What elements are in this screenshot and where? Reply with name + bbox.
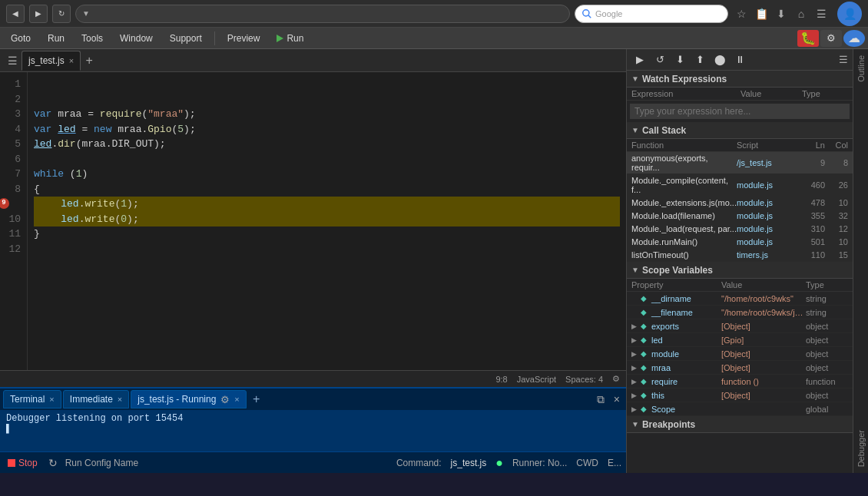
scope-row-scope[interactable]: ▶ ◆ Scope global	[627, 402, 853, 416]
runner-green-dot: ●	[495, 456, 503, 470]
scope-variables-header[interactable]: ▼ Scope Variables	[627, 262, 853, 279]
running-tab[interactable]: js_test.js - Running ⚙ ×	[131, 390, 246, 408]
code-line-1	[34, 77, 620, 92]
debug-play-button[interactable]: ▶	[631, 51, 648, 68]
breakpoint-9[interactable]: 9	[0, 198, 9, 209]
terminal-tab-close[interactable]: ×	[49, 395, 54, 404]
debug-step-out-button[interactable]: ⬆	[691, 51, 708, 68]
outline-sidebar: Outline Debugger	[853, 49, 868, 473]
scope-diamond-module: ◆	[641, 349, 651, 358]
scope-row-filename[interactable]: ◆ __filename "/home/root/c9wks/js_test.j…	[627, 306, 853, 319]
scope-row-module[interactable]: ▶ ◆ module [Object] object	[627, 347, 853, 361]
bottom-info: Command: js_test.js ● Runner: No... CWD …	[396, 456, 621, 470]
callstack-row-0[interactable]: anonymous(exports, requir... /js_test.js…	[627, 152, 853, 174]
home-icon[interactable]: ⌂	[793, 5, 810, 22]
editor-tab-js-test[interactable]: js_test.js ×	[22, 51, 81, 71]
editor-status-bar: 9:8 JavaScript Spaces: 4 ⚙	[0, 370, 626, 387]
callstack-row-2[interactable]: Module._extensions.js(mo... module.js 47…	[627, 197, 853, 210]
scope-header-row: Property Value Type	[627, 279, 853, 292]
toolbar-icons: 🐛 ⚙ ☁	[797, 30, 865, 47]
bug-icon[interactable]: 🐛	[797, 30, 819, 47]
cloud-icon[interactable]: ☁	[843, 30, 865, 47]
watch-expressions-header[interactable]: ▼ Watch Expressions	[627, 71, 853, 88]
user-avatar[interactable]: 👤	[837, 2, 862, 26]
settings-icon[interactable]: ⚙	[820, 30, 842, 47]
new-bottom-tab-button[interactable]: +	[248, 391, 265, 408]
download-icon[interactable]: ⬇	[773, 5, 790, 22]
refresh-button[interactable]: ↻	[45, 455, 61, 471]
language-indicator: JavaScript	[517, 375, 556, 384]
scope-row-this[interactable]: ▶ ◆ this [Object] object	[627, 389, 853, 402]
tools-menu[interactable]: Tools	[74, 31, 111, 46]
google-icon	[581, 8, 592, 19]
scope-row-dirname[interactable]: ◆ __dirname "/home/root/c9wks" string	[627, 292, 853, 306]
bottom-close-button[interactable]: ×	[611, 393, 623, 406]
scope-row-led[interactable]: ▶ ◆ led [Gpio] object	[627, 333, 853, 347]
line-num-10: 10	[0, 212, 21, 227]
tab-close-button[interactable]: ×	[69, 56, 74, 65]
bottom-maximize-button[interactable]: ⧉	[594, 393, 608, 406]
reader-icon[interactable]: 📋	[753, 5, 770, 22]
code-editor[interactable]: 1 2 3 4 5 6 7 8 9 10 11 12	[0, 72, 626, 370]
code-line-2	[34, 92, 620, 107]
run-button[interactable]: Run	[269, 31, 311, 45]
window-menu[interactable]: Window	[112, 31, 161, 46]
scope-row-exports[interactable]: ▶ ◆ exports [Object] object	[627, 319, 853, 333]
google-search[interactable]: Google	[575, 5, 728, 23]
goto-menu[interactable]: Goto	[3, 31, 38, 46]
scope-row-require[interactable]: ▶ ◆ require function () function	[627, 375, 853, 389]
preview-button[interactable]: Preview	[220, 31, 268, 46]
debug-pause-button[interactable]: ⬤	[711, 51, 728, 68]
refresh-button[interactable]: ↻	[52, 5, 71, 23]
stop-label: Stop	[18, 458, 38, 468]
call-stack-header[interactable]: ▼ Call Stack	[627, 122, 853, 139]
terminal-tab[interactable]: Terminal ×	[3, 390, 61, 408]
svg-point-0	[583, 9, 589, 15]
terminal-cursor: ▌	[6, 424, 620, 435]
debug-step-into-button[interactable]: ⬇	[671, 51, 688, 68]
line-num-11: 11	[0, 227, 21, 242]
callstack-row-5[interactable]: Module.runMain() module.js 501 10	[627, 236, 853, 249]
new-tab-button[interactable]: +	[81, 52, 98, 69]
address-bar[interactable]: ▼	[75, 5, 570, 23]
immediate-tab-close[interactable]: ×	[118, 395, 122, 404]
callstack-row-6[interactable]: listOnTimeout() timers.js 110 15	[627, 249, 853, 262]
debug-restart-button[interactable]: ↺	[651, 51, 668, 68]
editor-menu-button[interactable]: ☰	[3, 51, 22, 70]
callstack-row-4[interactable]: Module._load(request, par... module.js 3…	[627, 223, 853, 236]
debugger-scroll-area[interactable]: ▼ Watch Expressions Expression Value Typ…	[627, 71, 853, 473]
scope-diamond-exports: ◆	[641, 322, 651, 330]
watch-expressions-label: Watch Expressions	[642, 74, 727, 84]
debug-stop-button[interactable]: ⏸	[731, 51, 748, 68]
command-label: Command:	[396, 458, 442, 468]
run-triangle-icon	[277, 35, 283, 42]
running-tab-settings-icon[interactable]: ⚙	[220, 394, 230, 405]
immediate-tab-label: Immediate	[70, 394, 113, 405]
line-num-4: 4	[0, 122, 21, 137]
menu-icon[interactable]: ☰	[813, 5, 830, 22]
running-tab-close[interactable]: ×	[234, 395, 239, 404]
settings-gear-icon[interactable]: ⚙	[612, 374, 620, 384]
immediate-tab[interactable]: Immediate ×	[63, 390, 129, 408]
code-line-6	[34, 152, 620, 167]
scope-prop-col: Property	[631, 280, 721, 289]
support-menu[interactable]: Support	[162, 31, 210, 46]
callstack-row-1[interactable]: Module._compile(content, f... module.js …	[627, 174, 853, 197]
editor-pane: ☰ js_test.js × + 1 2 3 4 5 6 7 8 9	[0, 49, 626, 473]
outline-label[interactable]: Outline	[856, 49, 866, 88]
star-icon[interactable]: ☆	[733, 5, 750, 22]
watch-expression-input[interactable]	[630, 104, 850, 119]
debugger-sidebar-label[interactable]: Debugger	[856, 424, 866, 473]
scope-val-col: Value	[721, 280, 806, 289]
stop-button[interactable]: Stop	[5, 456, 41, 470]
browser-toolbar: ☆ 📋 ⬇ ⌂ ☰	[733, 5, 830, 22]
terminal-output: Debugger listening on port 15454 ▌	[0, 410, 626, 451]
debugger-menu-button[interactable]: ☰	[839, 54, 848, 65]
breakpoints-header[interactable]: ▼ Breakpoints	[627, 416, 853, 433]
callstack-row-3[interactable]: Module.load(filename) module.js 355 32	[627, 210, 853, 223]
run-menu[interactable]: Run	[40, 31, 72, 46]
forward-button[interactable]: ▶	[29, 5, 48, 23]
scope-row-mraa[interactable]: ▶ ◆ mraa [Object] object	[627, 361, 853, 375]
code-content[interactable]: var mraa = require("mraa"); var led = ne…	[28, 72, 626, 370]
back-button[interactable]: ◀	[6, 5, 25, 23]
